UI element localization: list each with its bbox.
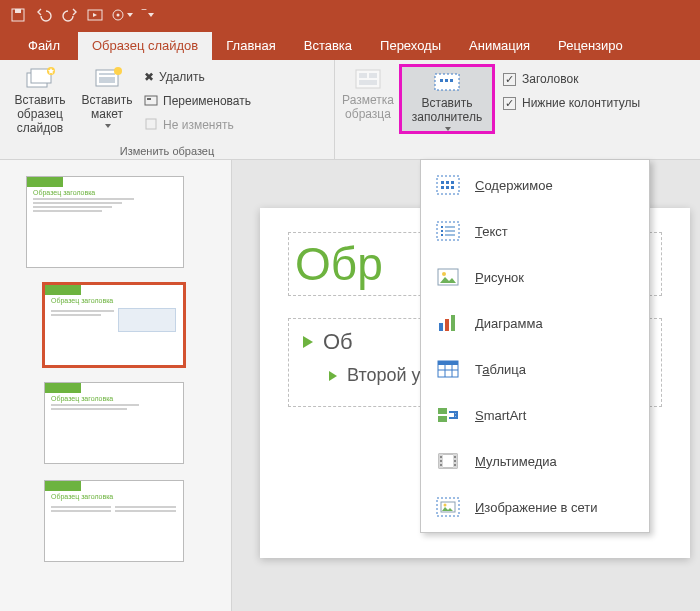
slideshow-icon[interactable]	[84, 3, 108, 27]
preserve-button[interactable]: Не изменять	[138, 114, 257, 136]
svg-rect-24	[441, 181, 444, 184]
insert-placeholder-label: Вставить заполнитель	[402, 97, 492, 125]
master-layout-button[interactable]: Разметка образца	[339, 64, 397, 122]
svg-rect-10	[99, 77, 115, 83]
dropdown-item-table[interactable]: Таблица	[421, 346, 649, 392]
svg-rect-40	[445, 319, 449, 331]
tab-animations[interactable]: Анимация	[455, 32, 544, 60]
svg-rect-26	[451, 181, 454, 184]
svg-rect-41	[451, 315, 455, 331]
dropdown-item-content[interactable]: Содержимое	[421, 162, 649, 208]
svg-rect-14	[146, 119, 156, 129]
bullet-icon	[303, 336, 313, 348]
smartart-icon	[435, 402, 461, 428]
svg-rect-35	[441, 234, 443, 236]
svg-rect-1	[15, 9, 21, 13]
svg-rect-53	[440, 456, 442, 458]
svg-rect-31	[441, 226, 443, 228]
layout-icon	[91, 66, 123, 92]
save-icon[interactable]	[6, 3, 30, 27]
tab-transitions[interactable]: Переходы	[366, 32, 455, 60]
svg-rect-15	[356, 70, 380, 88]
table-icon	[435, 356, 461, 382]
tab-review[interactable]: Рецензиро	[544, 32, 637, 60]
insert-placeholder-button[interactable]: Вставить заполнитель	[399, 64, 495, 134]
insert-slide-master-label: Вставить образец слайдов	[4, 94, 76, 135]
customize-qat-icon[interactable]: ‾	[136, 3, 160, 27]
layout-thumbnail[interactable]: Образец заголовка	[44, 284, 184, 366]
svg-rect-21	[445, 79, 448, 82]
svg-rect-54	[440, 460, 442, 462]
svg-rect-34	[445, 230, 455, 232]
dropdown-item-online-image[interactable]: Изображение в сети	[421, 484, 649, 530]
insert-slide-master-button[interactable]: Вставить образец слайдов	[4, 64, 76, 135]
svg-point-38	[442, 272, 446, 276]
svg-rect-16	[359, 73, 367, 78]
svg-rect-47	[438, 408, 447, 414]
svg-rect-18	[359, 80, 377, 85]
svg-rect-25	[446, 181, 449, 184]
layout-thumbnail[interactable]: Образец заголовка	[44, 480, 184, 562]
rename-icon	[144, 93, 158, 110]
svg-rect-57	[454, 460, 456, 462]
dropdown-item-media[interactable]: Мультимедиа	[421, 438, 649, 484]
svg-rect-32	[445, 226, 455, 228]
touch-mode-icon[interactable]	[110, 3, 134, 27]
dropdown-item-text[interactable]: Текст	[421, 208, 649, 254]
delete-icon: ✖	[144, 70, 154, 84]
svg-rect-56	[454, 456, 456, 458]
master-thumbnail[interactable]: Образец заголовка	[26, 176, 184, 268]
svg-rect-39	[439, 323, 443, 331]
svg-rect-58	[454, 464, 456, 466]
checkbox-checked-icon: ✓	[503, 73, 516, 86]
redo-icon[interactable]	[58, 3, 82, 27]
content-icon	[435, 172, 461, 198]
quick-access-toolbar: ‾	[0, 0, 700, 30]
ribbon-tabs: Файл Образец слайдов Главная Вставка Пер…	[0, 30, 700, 60]
group-label-edit-master: Изменить образец	[4, 143, 330, 157]
picture-icon	[435, 264, 461, 290]
svg-rect-13	[147, 98, 151, 100]
dropdown-item-smartart[interactable]: SmartArt	[421, 392, 649, 438]
svg-rect-28	[446, 186, 449, 189]
svg-point-61	[444, 504, 447, 507]
bullet-icon	[329, 371, 337, 381]
svg-rect-55	[440, 464, 442, 466]
tab-file[interactable]: Файл	[10, 32, 78, 60]
tab-slide-master[interactable]: Образец слайдов	[78, 32, 212, 60]
svg-rect-43	[438, 361, 458, 365]
svg-rect-27	[441, 186, 444, 189]
placeholder-icon	[431, 69, 463, 95]
svg-rect-23	[437, 176, 459, 194]
footers-checkbox[interactable]: ✓Нижние колонтитулы	[497, 92, 646, 114]
master-layout-label: Разметка образца	[339, 94, 397, 122]
dropdown-item-chart[interactable]: Диаграмма	[421, 300, 649, 346]
tab-home[interactable]: Главная	[212, 32, 289, 60]
insert-layout-label: Вставить макет	[78, 94, 136, 122]
slide-master-icon	[24, 66, 56, 92]
svg-rect-9	[99, 73, 115, 75]
svg-rect-22	[450, 79, 453, 82]
insert-layout-button[interactable]: Вставить макет	[78, 64, 136, 128]
svg-rect-12	[145, 96, 157, 105]
online-image-icon	[435, 494, 461, 520]
svg-rect-36	[445, 234, 455, 236]
delete-button[interactable]: ✖Удалить	[138, 66, 257, 88]
dropdown-item-picture[interactable]: Рисунок	[421, 254, 649, 300]
media-icon	[435, 448, 461, 474]
svg-rect-20	[440, 79, 443, 82]
text-icon	[435, 218, 461, 244]
svg-point-11	[114, 67, 122, 75]
svg-rect-29	[451, 186, 454, 189]
checkbox-checked-icon: ✓	[503, 97, 516, 110]
svg-rect-33	[441, 230, 443, 232]
tab-insert[interactable]: Вставка	[290, 32, 366, 60]
thumbnail-pane[interactable]: Образец заголовка Образец заголовка Обра…	[0, 160, 232, 611]
preserve-icon	[144, 117, 158, 134]
layout-thumbnail[interactable]: Образец заголовка	[44, 382, 184, 464]
title-checkbox[interactable]: ✓Заголовок	[497, 68, 646, 90]
rename-button[interactable]: Переименовать	[138, 90, 257, 112]
placeholder-dropdown: Содержимое Текст Рисунок Диаграмма Табли…	[420, 159, 650, 533]
ribbon: Вставить образец слайдов Вставить макет …	[0, 60, 700, 160]
undo-icon[interactable]	[32, 3, 56, 27]
